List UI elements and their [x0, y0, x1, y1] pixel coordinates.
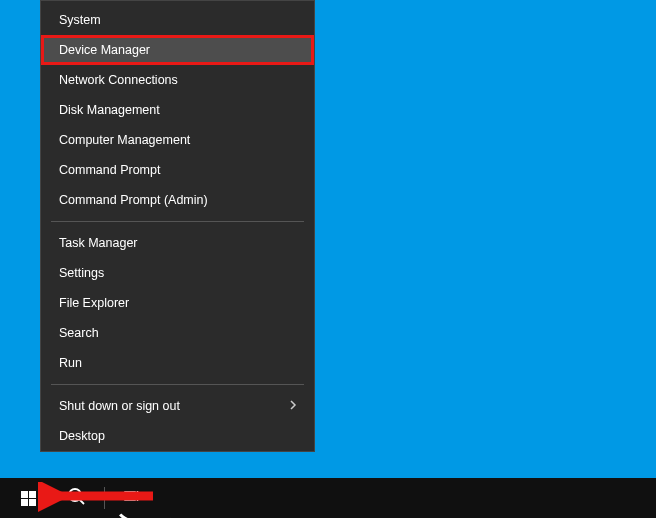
search-icon: [66, 486, 86, 510]
menu-item-label: File Explorer: [59, 296, 129, 310]
menu-item-label: System: [59, 13, 101, 27]
menu-item-label: Run: [59, 356, 82, 370]
chevron-right-icon: [288, 399, 298, 413]
taskbar: [0, 478, 656, 518]
start-button[interactable]: [4, 478, 52, 518]
svg-point-0: [69, 489, 81, 501]
menu-item-search[interactable]: Search: [41, 318, 314, 348]
menu-divider: [51, 221, 304, 222]
menu-item-network-connections[interactable]: Network Connections: [41, 65, 314, 95]
menu-item-label: Computer Management: [59, 133, 190, 147]
menu-item-label: Settings: [59, 266, 104, 280]
menu-item-run[interactable]: Run: [41, 348, 314, 378]
menu-item-task-manager[interactable]: Task Manager: [41, 228, 314, 258]
menu-item-label: Desktop: [59, 429, 105, 443]
menu-item-label: Device Manager: [59, 43, 150, 57]
menu-item-device-manager[interactable]: Device Manager: [41, 35, 314, 65]
menu-item-settings[interactable]: Settings: [41, 258, 314, 288]
menu-item-label: Network Connections: [59, 73, 178, 87]
taskbar-divider: [104, 487, 105, 509]
svg-line-1: [80, 500, 85, 505]
menu-item-label: Command Prompt (Admin): [59, 193, 208, 207]
menu-item-label: Search: [59, 326, 99, 340]
menu-item-disk-management[interactable]: Disk Management: [41, 95, 314, 125]
menu-item-command-prompt-admin[interactable]: Command Prompt (Admin): [41, 185, 314, 215]
menu-item-computer-management[interactable]: Computer Management: [41, 125, 314, 155]
menu-item-label: Disk Management: [59, 103, 160, 117]
menu-item-shutdown[interactable]: Shut down or sign out: [41, 391, 314, 421]
search-button[interactable]: [52, 478, 100, 518]
menu-item-label: Command Prompt: [59, 163, 160, 177]
menu-item-file-explorer[interactable]: File Explorer: [41, 288, 314, 318]
winx-context-menu[interactable]: System Device Manager Network Connection…: [40, 0, 315, 452]
windows-icon: [21, 491, 36, 506]
menu-item-desktop[interactable]: Desktop: [41, 421, 314, 451]
menu-item-command-prompt[interactable]: Command Prompt: [41, 155, 314, 185]
menu-item-label: Shut down or sign out: [59, 399, 180, 413]
menu-item-system[interactable]: System: [41, 5, 314, 35]
menu-divider: [51, 384, 304, 385]
menu-item-label: Task Manager: [59, 236, 138, 250]
